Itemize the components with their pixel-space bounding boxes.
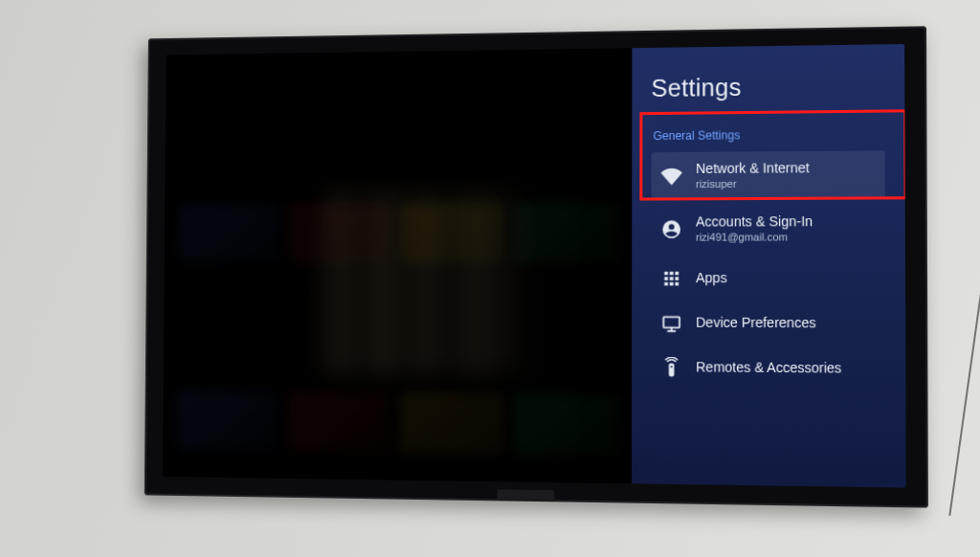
section-header-general: General Settings bbox=[653, 127, 884, 143]
menu-item-label: Device Preferences bbox=[696, 314, 815, 331]
background-app-row bbox=[178, 202, 620, 263]
display-icon bbox=[660, 312, 681, 333]
menu-item-label: Apps bbox=[696, 270, 727, 287]
wifi-icon bbox=[661, 166, 682, 187]
settings-panel: Settings General Settings Network & Inte… bbox=[632, 44, 906, 488]
svg-rect-1 bbox=[669, 363, 675, 376]
svg-rect-0 bbox=[663, 317, 679, 327]
menu-item-label: Network & Internet bbox=[696, 160, 810, 177]
apps-icon bbox=[661, 268, 682, 289]
menu-item-label: Remotes & Accessories bbox=[696, 359, 841, 377]
tv-screen: Settings General Settings Network & Inte… bbox=[163, 44, 906, 488]
remote-icon bbox=[660, 356, 681, 377]
menu-item-device-preferences[interactable]: Device Preferences bbox=[651, 303, 885, 344]
svg-point-2 bbox=[671, 366, 673, 368]
menu-item-apps[interactable]: Apps bbox=[651, 258, 885, 298]
screen-reflection bbox=[320, 192, 536, 374]
tv-frame: Settings General Settings Network & Inte… bbox=[145, 26, 928, 507]
account-icon bbox=[661, 218, 682, 239]
menu-item-label: Accounts & Sign-In bbox=[696, 213, 813, 231]
power-cable bbox=[948, 288, 980, 516]
tv-brand-bump bbox=[497, 489, 554, 503]
menu-item-network-internet[interactable]: Network & Internet rizisuper bbox=[651, 150, 884, 199]
panel-title: Settings bbox=[651, 72, 884, 102]
menu-item-remotes-accessories[interactable]: Remotes & Accessories bbox=[651, 347, 885, 388]
background-app-row bbox=[176, 390, 620, 457]
menu-item-accounts-signin[interactable]: Accounts & Sign-In rizi491@gmail.com bbox=[651, 205, 885, 254]
menu-item-sublabel: rizisuper bbox=[696, 177, 810, 191]
menu-item-sublabel: rizi491@gmail.com bbox=[696, 231, 813, 244]
